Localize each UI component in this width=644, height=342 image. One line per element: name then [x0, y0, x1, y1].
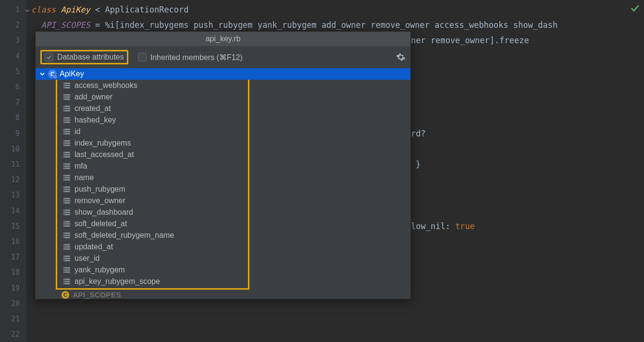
- svg-rect-94: [64, 258, 65, 259]
- svg-rect-82: [64, 235, 65, 236]
- structure-attribute-label: yank_rubygem: [74, 266, 125, 274]
- structure-attribute-label: show_dashboard: [74, 208, 133, 217]
- gear-icon[interactable]: [396, 52, 406, 62]
- svg-rect-35: [64, 145, 65, 146]
- structure-attribute-row[interactable]: hashed_key: [57, 114, 248, 126]
- database-column-icon: [63, 139, 71, 147]
- code-text: ner remove_owner].freeze: [411, 36, 529, 45]
- svg-rect-52: [64, 178, 65, 178]
- svg-rect-51: [64, 175, 65, 176]
- svg-rect-69: [64, 210, 65, 210]
- structure-attribute-row[interactable]: last_accessed_at: [57, 149, 248, 160]
- database-column-icon: [63, 232, 71, 239]
- popup-options-bar: Database attributes Inherited members (⌘…: [36, 46, 410, 68]
- structure-attribute-label: user_id: [74, 254, 99, 263]
- svg-rect-57: [64, 187, 65, 187]
- structure-attribute-row[interactable]: access_webhooks: [57, 80, 248, 91]
- svg-rect-83: [64, 237, 65, 238]
- checkbox-unchecked-icon: [138, 53, 147, 61]
- code-line[interactable]: API_SCOPES = %i[index_rubygems push_ruby…: [26, 17, 644, 33]
- svg-rect-106: [64, 281, 65, 282]
- constant: API_SCOPES: [41, 20, 90, 30]
- svg-rect-99: [64, 268, 65, 268]
- constant-icon: C: [62, 291, 69, 299]
- svg-rect-33: [64, 141, 65, 141]
- popup-title: api_key.rb: [36, 32, 410, 46]
- structure-popup: api_key.rb Database attributes Inherited…: [35, 31, 411, 299]
- svg-rect-65: [64, 203, 65, 203]
- svg-rect-95: [64, 260, 65, 261]
- svg-rect-53: [64, 180, 65, 180]
- structure-attribute-row[interactable]: created_at: [57, 103, 248, 114]
- checkbox-checked-icon: [45, 53, 53, 61]
- structure-attribute-label: soft_deleted_at: [74, 220, 127, 228]
- fold-icon[interactable]: [25, 3, 30, 9]
- structure-attribute-label: add_owner: [74, 93, 112, 101]
- line-number-gutter: 1 2 3 4 5 6 7 8 9 10 11 12 13 14 15 16 1…: [0, 0, 26, 342]
- svg-rect-16: [64, 109, 65, 109]
- structure-root-row[interactable]: C ApiKey: [36, 68, 410, 80]
- structure-attribute-row[interactable]: yank_rubygem: [57, 264, 248, 276]
- keyword-true: true: [455, 221, 475, 231]
- structure-attribute-label: last_accessed_at: [74, 150, 134, 159]
- structure-attribute-row[interactable]: remove_owner: [57, 195, 248, 207]
- svg-rect-46: [64, 166, 65, 167]
- class-name: ApiKey: [61, 5, 90, 14]
- structure-attribute-row[interactable]: index_rubygems: [57, 137, 248, 149]
- code-line[interactable]: class ApiKey < ApplicationRecord: [26, 2, 644, 17]
- structure-attribute-row[interactable]: updated_at: [57, 241, 248, 253]
- structure-attribute-row[interactable]: add_owner: [57, 91, 248, 103]
- checkbox-label: Inherited members (⌘F12): [150, 53, 243, 62]
- line-number: 10: [0, 141, 20, 157]
- svg-rect-41: [64, 157, 65, 157]
- structure-attribute-row[interactable]: user_id: [57, 253, 248, 264]
- structure-attribute-row[interactable]: id: [57, 126, 248, 137]
- structure-attribute-row[interactable]: soft_deleted_rubygem_name: [57, 230, 248, 241]
- structure-attribute-row[interactable]: push_rubygem: [57, 183, 248, 195]
- svg-rect-93: [64, 256, 65, 256]
- svg-rect-3: [64, 83, 65, 84]
- svg-rect-75: [64, 221, 65, 222]
- database-column-icon: [63, 255, 71, 262]
- structure-attribute-label: remove_owner: [74, 196, 125, 205]
- svg-rect-89: [64, 249, 65, 249]
- line-number: 6: [0, 79, 20, 95]
- line-number: 5: [0, 64, 20, 79]
- structure-attribute-row[interactable]: api_key_rubygem_scope: [57, 276, 248, 287]
- svg-rect-81: [64, 233, 65, 233]
- svg-rect-45: [64, 164, 65, 164]
- code-text: }: [416, 159, 421, 169]
- inherited-members-checkbox[interactable]: Inherited members (⌘F12): [136, 52, 245, 63]
- structure-attribute-row[interactable]: name: [57, 172, 248, 183]
- line-number: 14: [0, 203, 20, 219]
- line-number: 21: [0, 311, 20, 327]
- line-number: 17: [0, 249, 20, 265]
- code-text: rd?: [411, 129, 426, 138]
- inspection-ok-icon[interactable]: [630, 3, 640, 13]
- line-number: 3: [0, 33, 20, 48]
- structure-attribute-row[interactable]: mfa: [57, 160, 248, 172]
- svg-rect-63: [64, 198, 65, 199]
- svg-rect-9: [64, 95, 65, 95]
- structure-attribute-label: mfa: [74, 162, 87, 171]
- structure-attribute-label: api_key_rubygem_scope: [74, 277, 160, 286]
- svg-rect-107: [64, 283, 65, 284]
- database-attributes-checkbox[interactable]: Database attributes: [40, 50, 128, 64]
- svg-rect-64: [64, 201, 65, 201]
- structure-attribute-row[interactable]: soft_deleted_at: [57, 218, 248, 230]
- database-column-icon: [63, 278, 71, 285]
- svg-rect-23: [64, 122, 65, 122]
- svg-rect-100: [64, 270, 65, 270]
- svg-rect-87: [64, 244, 65, 245]
- structure-attribute-row[interactable]: show_dashboard: [57, 207, 248, 218]
- line-number: 2: [0, 17, 20, 33]
- line-number: 7: [0, 95, 20, 110]
- structure-more-item[interactable]: C API_SCOPES: [36, 290, 410, 299]
- svg-rect-15: [64, 106, 65, 107]
- chevron-down-icon[interactable]: [39, 71, 45, 77]
- database-column-icon: [63, 151, 71, 159]
- database-column-icon: [63, 105, 71, 112]
- database-column-icon: [63, 208, 71, 216]
- structure-attribute-label: index_rubygems: [74, 139, 131, 147]
- database-column-icon: [63, 243, 71, 251]
